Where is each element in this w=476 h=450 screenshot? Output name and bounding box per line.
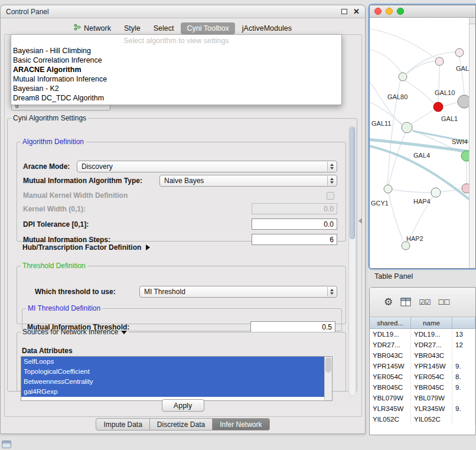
table-cell: YLR345W (411, 403, 452, 414)
table-cell: 13 (452, 329, 475, 340)
bottom-tab-infer-network[interactable]: Infer Network (213, 418, 269, 431)
table-row[interactable]: YDL19...YDL19...13 (370, 329, 475, 340)
select-columns-icon[interactable] (400, 298, 411, 306)
select-all-icon[interactable]: ☑☑ (419, 298, 431, 306)
mi-steps-label: Mutual Information Steps: (23, 236, 110, 244)
column-header-1[interactable]: name (411, 317, 452, 328)
network-node[interactable] (433, 102, 443, 112)
panel-collapse-handle[interactable] (358, 218, 362, 224)
apply-button[interactable]: Apply (162, 399, 204, 412)
mi-type-label: Mutual Information Algorithm Type: (23, 177, 142, 185)
close-traffic-light[interactable] (374, 8, 382, 15)
kernel-width-input (252, 203, 337, 214)
which-threshold-select[interactable]: MI Threshold (139, 286, 337, 298)
settings-scrollbar[interactable] (348, 126, 356, 396)
table-row[interactable]: YDR27...YDR27...12 (370, 340, 475, 350)
table-toolbar: ⚙ ☑☑ ☐☐ (370, 288, 475, 317)
scrollbar-arrow-box[interactable] (470, 18, 475, 24)
gear-icon[interactable]: ⚙ (384, 297, 393, 307)
algorithm-option[interactable]: Basic Correlation Inference (11, 56, 341, 65)
tab-jactivemodules[interactable]: jActiveModules (236, 22, 298, 34)
minimize-traffic-light[interactable] (386, 8, 393, 15)
bottom-tab-impute-data[interactable]: Impute Data (96, 418, 149, 431)
mi-steps-input[interactable] (252, 234, 337, 245)
settings-scrollbar-thumb[interactable] (350, 127, 355, 239)
tab-label: Style (124, 24, 141, 32)
attribute-list: SelfLoopsTopologicalCoefficientBetweenne… (21, 357, 332, 397)
table-cell: 8. (452, 371, 475, 382)
dpi-tolerance-input[interactable] (252, 219, 337, 230)
tab-label: Cyni Toolbox (187, 24, 229, 32)
table-row[interactable]: YBR043CYBR043C (370, 350, 475, 361)
algorithm-option[interactable]: Mutual Information Inference (11, 74, 341, 84)
table-cell: YIL052C (370, 414, 411, 425)
attribute-item[interactable]: gal4RGexp (21, 387, 324, 397)
table-cell: 12 (452, 340, 475, 350)
network-node[interactable] (402, 122, 412, 133)
tab-style[interactable]: Style (118, 22, 146, 34)
mi-type-select[interactable]: Naive Bayes (159, 175, 337, 187)
tab-cyni-toolbox[interactable]: Cyni Toolbox (181, 22, 234, 34)
aracne-mode-label: Aracne Mode: (23, 162, 70, 171)
table-row[interactable]: YER054CYER054C8. (370, 371, 475, 382)
algorithm-option[interactable]: Dream8 DC_TDC Algorithm (11, 93, 341, 103)
table-cell: YPR145W (370, 361, 411, 371)
algorithm-option[interactable]: Bayesian - K2 (11, 84, 341, 93)
table-row[interactable]: YLR345WYLR345W9. (370, 403, 475, 414)
table-row[interactable]: YPR145WYPR145W9. (370, 361, 475, 371)
network-edge (370, 48, 402, 73)
table-cell: YBL079W (370, 393, 411, 403)
node-label: SWI4 (452, 138, 468, 145)
network-canvas[interactable]: GAL80GAL10GAL11GAL1SWI4GAL4GCY1HAP4HAP2G… (370, 18, 475, 269)
close-icon[interactable]: ✕ (353, 8, 360, 15)
hidden-panel-icon[interactable] (2, 441, 11, 448)
network-node[interactable] (431, 188, 441, 197)
algorithm-option[interactable]: Bayesian - Hill Climbing (11, 46, 341, 56)
table-row[interactable]: YBL079WYBL079W (370, 393, 475, 403)
network-icon (74, 24, 81, 32)
tab-select[interactable]: Select (148, 22, 180, 34)
network-scrollbar[interactable] (469, 18, 475, 269)
deselect-all-icon[interactable]: ☐☐ (438, 298, 450, 306)
network-edge (370, 77, 402, 125)
attribute-item[interactable]: BetweennessCentrality (21, 377, 324, 387)
bottom-tab-discretize-data[interactable]: Discretize Data (150, 418, 213, 431)
attribute-list-scrollbar[interactable] (324, 357, 332, 400)
attribute-item[interactable]: TopologicalCoefficient (21, 367, 324, 377)
aracne-mode-select[interactable]: Discovery (77, 161, 337, 172)
sources-legend[interactable]: Sources for Network Inference (21, 328, 129, 336)
hub-definition-toggle[interactable]: Hub/Transcription Factor Definition (22, 243, 150, 252)
table-cell: YDR27... (370, 340, 411, 350)
which-threshold-value: MI Threshold (144, 288, 185, 296)
scrollbar-thumb[interactable] (325, 357, 331, 373)
dpi-tolerance-label: DPI Tolerance [0,1]: (23, 220, 89, 229)
tab-network[interactable]: Network (68, 22, 117, 34)
table-cell: 9. (452, 382, 475, 393)
column-header-0[interactable]: shared... (370, 317, 411, 328)
network-node[interactable] (458, 95, 470, 108)
float-window-icon[interactable] (341, 9, 347, 14)
zoom-traffic-light[interactable] (397, 8, 404, 15)
network-node[interactable] (399, 73, 407, 81)
column-header-2[interactable] (452, 317, 475, 328)
table-cell: YBR045C (370, 382, 411, 393)
network-node[interactable] (402, 242, 410, 250)
table-row[interactable]: YIL052CYIL052C (370, 414, 475, 425)
attribute-item[interactable]: SelfLoops (21, 357, 324, 367)
node-label: GAL10 (435, 89, 455, 96)
algorithm-definition-legend: Algorithm Definition (21, 138, 86, 146)
collapse-down-icon (121, 331, 127, 334)
table-cell (452, 350, 475, 361)
bottom-tab-bar: Impute DataDiscretize DataInfer Network (1, 418, 365, 431)
table-cell: YDL19... (411, 329, 452, 340)
network-node[interactable] (384, 185, 392, 193)
network-edge (443, 102, 458, 106)
algorithm-option[interactable]: ARACNE Algorithm (11, 65, 341, 74)
manual-kernel-label: Manual Kernel Width Definition (23, 191, 128, 200)
table-row[interactable]: YBR045CYBR045C9. (370, 382, 475, 393)
expand-right-icon (146, 244, 150, 250)
network-node[interactable] (435, 57, 444, 66)
window-title: Control Panel (6, 8, 341, 16)
network-node[interactable] (455, 48, 464, 57)
table-cell: 9. (452, 361, 475, 371)
